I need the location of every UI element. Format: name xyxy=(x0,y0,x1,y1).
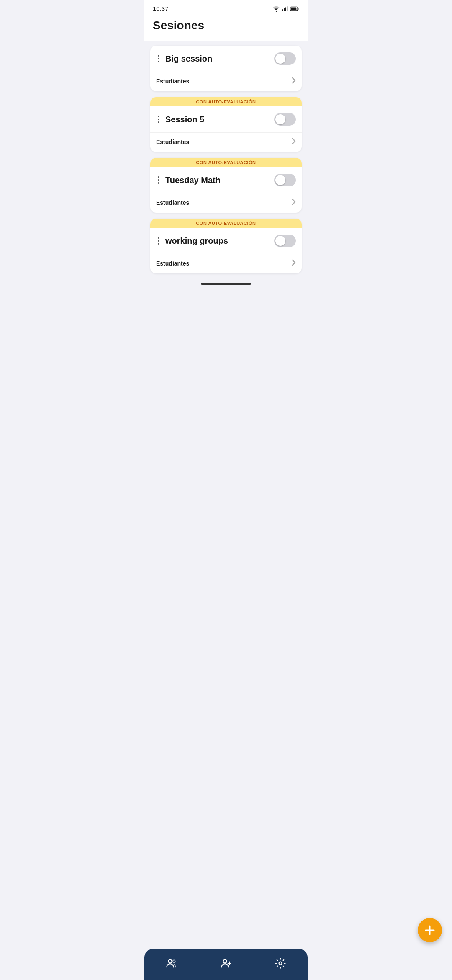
dot xyxy=(158,119,159,120)
dot xyxy=(158,61,159,62)
svg-rect-2 xyxy=(284,8,285,11)
dot xyxy=(158,240,159,242)
session-name-working-groups: working groups xyxy=(165,236,270,246)
toggle-thumb xyxy=(275,175,285,185)
svg-rect-1 xyxy=(282,9,283,11)
estudiantes-label-working-groups: Estudiantes xyxy=(156,260,189,267)
session-name-session-5: Session 5 xyxy=(165,115,270,124)
status-icons xyxy=(272,6,299,12)
session-main-tuesday-math: Tuesday Math xyxy=(150,167,302,193)
toggle-working-groups[interactable] xyxy=(274,235,296,247)
chevron-right-icon xyxy=(292,199,296,207)
status-time: 10:37 xyxy=(153,5,169,12)
session-main-session-5: Session 5 xyxy=(150,106,302,132)
home-indicator xyxy=(201,283,251,285)
session-main-working-groups: working groups xyxy=(150,228,302,254)
dot xyxy=(158,58,159,59)
chevron-right-icon xyxy=(292,259,296,268)
signal-icon xyxy=(282,6,288,12)
svg-point-0 xyxy=(276,10,277,11)
estudiantes-label-session-5: Estudiantes xyxy=(156,139,189,145)
page-header: Sesiones xyxy=(144,15,308,41)
dot xyxy=(158,237,159,239)
toggle-thumb xyxy=(275,114,285,124)
session-footer-working-groups[interactable]: Estudiantes xyxy=(150,254,302,273)
session-footer-big-session[interactable]: Estudiantes xyxy=(150,72,302,91)
session-card-session-5: CON AUTO-EVALUACIÓN Session 5 Estudiante… xyxy=(150,97,302,152)
dot xyxy=(158,121,159,123)
session-dots-session-5[interactable] xyxy=(156,114,161,125)
chevron-right-icon xyxy=(292,138,296,146)
svg-rect-4 xyxy=(287,6,288,11)
dot xyxy=(158,179,159,181)
svg-rect-3 xyxy=(285,7,286,11)
toggle-session-5[interactable] xyxy=(274,113,296,126)
toggle-thumb xyxy=(275,54,285,64)
session-footer-session-5[interactable]: Estudiantes xyxy=(150,132,302,152)
wifi-icon xyxy=(272,6,280,12)
session-card-tuesday-math: CON AUTO-EVALUACIÓN Tuesday Math Estudia… xyxy=(150,158,302,213)
toggle-thumb xyxy=(275,236,285,246)
dot xyxy=(158,176,159,178)
estudiantes-label-big-session: Estudiantes xyxy=(156,78,189,85)
session-card-working-groups: CON AUTO-EVALUACIÓN working groups Estud… xyxy=(150,219,302,273)
session-main-big-session: Big session xyxy=(150,46,302,72)
estudiantes-label-tuesday-math: Estudiantes xyxy=(156,199,189,206)
sessions-list: Big session Estudiantes CON AUTO-EVALUAC… xyxy=(144,41,308,279)
svg-rect-6 xyxy=(298,8,298,10)
toggle-big-session[interactable] xyxy=(274,52,296,65)
session-name-tuesday-math: Tuesday Math xyxy=(165,175,270,185)
dot xyxy=(158,55,159,57)
battery-icon xyxy=(290,6,299,11)
session-badge-session-5: CON AUTO-EVALUACIÓN xyxy=(150,97,302,106)
status-bar: 10:37 xyxy=(144,0,308,15)
dot xyxy=(158,243,159,245)
chevron-right-icon xyxy=(292,77,296,85)
svg-rect-7 xyxy=(291,7,296,10)
session-card-big-session: Big session Estudiantes xyxy=(150,46,302,91)
session-dots-tuesday-math[interactable] xyxy=(156,175,161,186)
dot xyxy=(158,116,159,117)
page-title: Sesiones xyxy=(153,19,299,32)
session-badge-working-groups: CON AUTO-EVALUACIÓN xyxy=(150,219,302,228)
session-name-big-session: Big session xyxy=(165,54,270,64)
session-dots-working-groups[interactable] xyxy=(156,235,161,246)
dot xyxy=(158,182,159,184)
session-footer-tuesday-math[interactable]: Estudiantes xyxy=(150,193,302,213)
session-dots-big-session[interactable] xyxy=(156,53,161,64)
session-badge-tuesday-math: CON AUTO-EVALUACIÓN xyxy=(150,158,302,167)
toggle-tuesday-math[interactable] xyxy=(274,174,296,186)
